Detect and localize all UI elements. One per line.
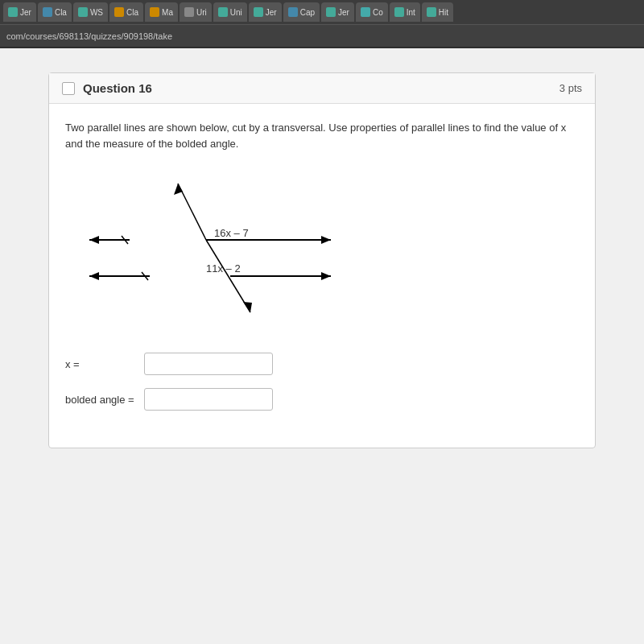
line1-label: 16x – 7 <box>214 227 249 239</box>
tab-co[interactable]: Co <box>356 2 388 22</box>
diagram-container: 16x – 7 11x – 2 <box>81 167 579 328</box>
angle-label: bolded angle = <box>65 394 138 406</box>
tab-int[interactable]: Int <box>390 2 420 22</box>
svg-line-0 <box>178 184 206 240</box>
line2-label: 11x – 2 <box>206 262 241 275</box>
question-points: 3 pts <box>559 82 582 94</box>
tab-ma[interactable]: Ma <box>145 2 178 22</box>
tab-icon-jer3 <box>326 7 336 17</box>
page-content: Question 16 3 pts Two parallel lines are… <box>0 48 644 644</box>
svg-marker-8 <box>321 236 331 244</box>
tab-icon-hit <box>427 7 436 17</box>
tab-icon-int <box>394 7 404 17</box>
tab-icon-uri <box>184 7 194 17</box>
tab-ws[interactable]: WS <box>73 2 108 22</box>
tab-icon-cla1 <box>43 7 52 17</box>
tab-cap[interactable]: Cap <box>283 2 320 22</box>
address-text: com/courses/698113/quizzes/909198/take <box>6 31 172 41</box>
tab-uri[interactable]: Uri <box>180 2 212 22</box>
diagram-svg: 16x – 7 11x – 2 <box>81 167 339 328</box>
angle-input[interactable] <box>144 388 273 411</box>
tab-icon-cap <box>288 7 298 17</box>
svg-marker-5 <box>89 236 99 244</box>
tab-icon-jer2 <box>254 7 263 17</box>
tab-icon-uni <box>218 7 228 17</box>
question-title: Question 16 <box>83 81 152 95</box>
svg-marker-1 <box>174 184 183 195</box>
question-text: Two parallel lines are shown below, cut … <box>65 120 579 151</box>
x-label: x = <box>65 358 138 370</box>
x-answer-row: x = <box>65 353 579 375</box>
tab-icon-ma <box>150 7 159 17</box>
x-input[interactable] <box>144 353 273 375</box>
tab-icon-ws <box>78 7 88 17</box>
question-header: Question 16 3 pts <box>49 73 595 104</box>
question-checkbox[interactable] <box>62 82 75 95</box>
question-card: Question 16 3 pts Two parallel lines are… <box>48 72 596 448</box>
tab-jer3[interactable]: Jer <box>321 2 354 22</box>
svg-marker-10 <box>89 272 99 280</box>
tab-cla1[interactable]: Cla <box>38 2 72 22</box>
address-bar[interactable]: com/courses/698113/quizzes/909198/take <box>0 24 644 47</box>
tab-bar: Jer Cla WS Cla Ma Uri Uni Jer <box>0 0 644 24</box>
tab-cla2[interactable]: Cla <box>109 2 143 22</box>
angle-answer-row: bolded angle = <box>65 388 579 411</box>
tab-uni[interactable]: Uni <box>213 2 247 22</box>
tab-hit[interactable]: Hit <box>422 2 453 22</box>
tab-jer2[interactable]: Jer <box>249 2 282 22</box>
question-body: Two parallel lines are shown below, cut … <box>49 104 595 448</box>
tab-icon-co <box>361 7 370 17</box>
tab-icon-jer1 <box>8 7 18 17</box>
svg-marker-13 <box>321 272 331 280</box>
svg-marker-3 <box>243 302 252 312</box>
tab-icon-cla2 <box>114 7 124 17</box>
tab-jer1[interactable]: Jer <box>3 2 36 22</box>
answer-section: x = bolded angle = <box>65 353 579 411</box>
